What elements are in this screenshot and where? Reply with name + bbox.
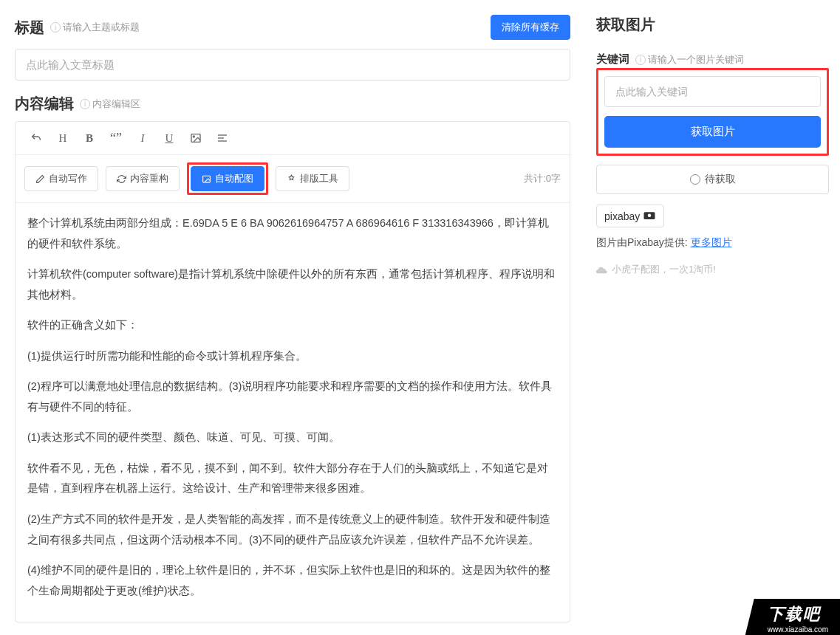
refresh-icon bbox=[117, 174, 126, 184]
image-icon[interactable] bbox=[184, 128, 208, 148]
content-paragraph: 软件看不见，无色，枯燥，看不见，摸不到，闻不到。软件大部分存在于人们的头脑或纸上… bbox=[27, 459, 558, 499]
provider-row: 图片由Pixabay提供: 更多图片 bbox=[596, 236, 829, 250]
camera-icon bbox=[643, 210, 656, 222]
bold-icon[interactable]: B bbox=[78, 128, 101, 148]
content-paragraph: 计算机软件(computer software)是指计算机系统中除硬件以外的所有… bbox=[27, 264, 558, 305]
keyword-label: 关键词 bbox=[596, 52, 629, 66]
undo-icon[interactable] bbox=[24, 128, 48, 148]
info-icon: i bbox=[80, 99, 90, 109]
content-paragraph: (2)程序可以满意地处理信息的数据结构。(3)说明程序功能要求和程序需要的文档的… bbox=[27, 377, 558, 417]
pending-status-button[interactable]: 待获取 bbox=[596, 165, 829, 194]
editor-content[interactable]: 整个计算机系统由两部分组成：E.69DA 5 E 6 BA 9062616964… bbox=[16, 203, 570, 622]
keyword-hint: 请输入一个图片关键词 bbox=[648, 53, 744, 66]
title-label: 标题 bbox=[15, 18, 44, 38]
svg-point-7 bbox=[648, 214, 652, 218]
content-paragraph: 整个计算机系统由两部分组成：E.69DA 5 E 6 BA 9062616964… bbox=[27, 213, 558, 254]
align-icon[interactable] bbox=[211, 128, 234, 148]
auto-image-highlight: 自动配图 bbox=[187, 162, 268, 195]
more-images-link[interactable]: 更多图片 bbox=[691, 236, 732, 248]
pencil-icon bbox=[35, 174, 45, 184]
auto-write-button[interactable]: 自动写作 bbox=[24, 166, 98, 191]
content-paragraph: (1)表达形式不同的硬件类型、颜色、味道、可见、可摸、可闻。 bbox=[27, 428, 558, 448]
pixabay-badge: pixabay bbox=[596, 205, 664, 227]
title-hint: 请输入主题或标题 bbox=[63, 21, 140, 34]
cloud-icon bbox=[596, 265, 608, 274]
content-paragraph: 软件的正确含义如下： bbox=[27, 315, 558, 336]
svg-point-1 bbox=[193, 136, 194, 137]
picture-icon bbox=[202, 174, 211, 184]
layout-icon bbox=[287, 174, 296, 184]
title-header: 标题 i 请输入主题或标题 清除所有缓存 bbox=[15, 15, 570, 40]
word-count: 共计:0字 bbox=[524, 172, 561, 185]
keyword-highlight-box: 获取图片 bbox=[596, 68, 829, 156]
auto-image-button[interactable]: 自动配图 bbox=[191, 166, 264, 191]
underline-icon[interactable]: U bbox=[157, 128, 181, 148]
clear-cache-button[interactable]: 清除所有缓存 bbox=[491, 15, 570, 40]
content-paragraph: (4)维护不同的硬件是旧的，理论上软件是旧的，并不坏，但实际上软件也是旧的和坏的… bbox=[27, 560, 558, 601]
heading-icon[interactable]: H bbox=[51, 128, 75, 148]
circle-icon bbox=[690, 174, 700, 185]
get-image-label: 获取图片 bbox=[596, 15, 655, 35]
info-icon: i bbox=[50, 22, 61, 32]
content-hint: 内容编辑区 bbox=[92, 97, 140, 111]
info-icon: i bbox=[635, 55, 646, 65]
italic-icon[interactable]: I bbox=[131, 128, 154, 148]
article-title-input[interactable] bbox=[15, 49, 570, 80]
quote-icon[interactable]: “” bbox=[104, 128, 128, 148]
content-restructure-button[interactable]: 内容重构 bbox=[106, 166, 180, 191]
get-image-button[interactable]: 获取图片 bbox=[604, 116, 821, 148]
content-edit-label: 内容编辑 bbox=[15, 94, 74, 114]
format-toolbar: H B “” I U bbox=[16, 122, 570, 155]
action-toolbar: 自动写作 内容重构 自动配图 排版工具 共计:0字 bbox=[16, 155, 570, 203]
footer-note: 小虎子配图，一次1淘币! bbox=[596, 263, 829, 276]
editor-container: H B “” I U 自动写作 内容重 bbox=[15, 121, 570, 622]
layout-tool-button[interactable]: 排版工具 bbox=[276, 166, 349, 191]
content-paragraph: (1)提供运行时所需功能和性能的命令或计算机程序集合。 bbox=[27, 346, 558, 367]
keyword-input[interactable] bbox=[604, 76, 821, 107]
watermark: 下载吧 www.xiazaiba.com bbox=[745, 599, 840, 635]
content-paragraph: (2)生产方式不同的软件是开发，是人类智能的高发挥，而不是传统意义上的硬件制造。… bbox=[27, 509, 558, 550]
content-header: 内容编辑 i 内容编辑区 bbox=[15, 94, 570, 114]
